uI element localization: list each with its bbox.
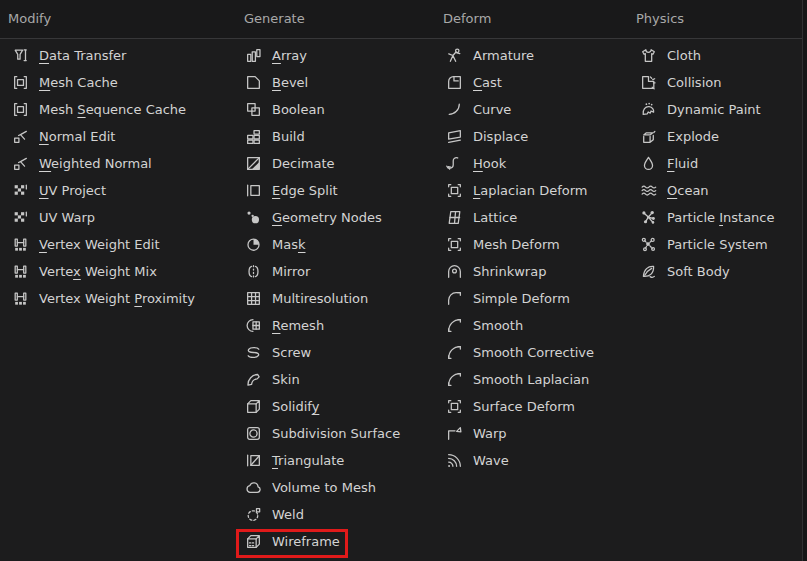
menu-item-label: Volume to Mesh: [272, 480, 376, 495]
menu-item-normal-edit[interactable]: Normal Edit: [12, 123, 195, 150]
menu-item-hook[interactable]: Hook: [446, 150, 594, 177]
menu-item-label: Explode: [667, 129, 719, 144]
menu-item-bevel[interactable]: Bevel: [245, 69, 400, 96]
menu-item-surface-deform[interactable]: Surface Deform: [446, 393, 594, 420]
displace-icon: [446, 128, 463, 145]
menu-item-dynamic-paint[interactable]: Dynamic Paint: [640, 96, 774, 123]
menu-item-curve[interactable]: Curve: [446, 96, 594, 123]
menu-item-label: Smooth Corrective: [473, 345, 594, 360]
menu-item-collision[interactable]: Collision: [640, 69, 774, 96]
menu-item-multiresolution[interactable]: Multiresolution: [245, 285, 400, 312]
menu-item-weighted-normal[interactable]: Weighted Normal: [12, 150, 195, 177]
menu-item-label: Array: [272, 48, 307, 63]
collision-icon: [640, 74, 657, 91]
menu-item-wave[interactable]: Wave: [446, 447, 594, 474]
mask-icon: [245, 236, 262, 253]
curve-icon: [446, 101, 463, 118]
menu-item-armature[interactable]: Armature: [446, 42, 594, 69]
menu-item-mesh-cache[interactable]: Mesh Cache: [12, 69, 195, 96]
skin-icon: [245, 371, 262, 388]
column-header-generate: Generate: [244, 0, 305, 38]
menu-item-array[interactable]: Array: [245, 42, 400, 69]
mesh-cache-icon: [12, 101, 29, 118]
menu-item-label: Warp: [473, 426, 507, 441]
menu-item-mesh-deform[interactable]: Mesh Deform: [446, 231, 594, 258]
menu-item-weld[interactable]: Weld: [245, 501, 400, 528]
menu-item-data-transfer[interactable]: Data Transfer: [12, 42, 195, 69]
screw-icon: [245, 344, 262, 361]
menu-item-label: Laplacian Deform: [473, 183, 587, 198]
menu-item-smooth-laplacian[interactable]: Smooth Laplacian: [446, 366, 594, 393]
menu-item-geometry-nodes[interactable]: Geometry Nodes: [245, 204, 400, 231]
menu-item-label: Screw: [272, 345, 311, 360]
array-icon: [245, 47, 262, 64]
menu-item-smooth[interactable]: Smooth: [446, 312, 594, 339]
menu-item-uv-project[interactable]: UV Project: [12, 177, 195, 204]
menu-item-lattice[interactable]: Lattice: [446, 204, 594, 231]
menu-item-label: Cloth: [667, 48, 701, 63]
menu-item-label: Mask: [272, 237, 306, 252]
menu-item-vertex-weight-edit[interactable]: Vertex Weight Edit: [12, 231, 195, 258]
menu-item-vertex-weight-mix[interactable]: Vertex Weight Mix: [12, 258, 195, 285]
menu-item-mesh-sequence-cache[interactable]: Mesh Sequence Cache: [12, 96, 195, 123]
menu-item-label: Soft Body: [667, 264, 730, 279]
menu-item-label: Collision: [667, 75, 721, 90]
menu-item-edge-split[interactable]: Edge Split: [245, 177, 400, 204]
menu-item-label: Cast: [473, 75, 502, 90]
vertex-weight-icon: [12, 236, 29, 253]
menu-item-warp[interactable]: Warp: [446, 420, 594, 447]
menu-item-mirror[interactable]: Mirror: [245, 258, 400, 285]
menu-item-fluid[interactable]: Fluid: [640, 150, 774, 177]
menu-item-remesh[interactable]: Remesh: [245, 312, 400, 339]
menu-item-label: Hook: [473, 156, 506, 171]
menu-item-label: Data Transfer: [39, 48, 126, 63]
fluid-icon: [640, 155, 657, 172]
menu-item-label: Surface Deform: [473, 399, 575, 414]
menu-item-screw[interactable]: Screw: [245, 339, 400, 366]
menu-item-triangulate[interactable]: Triangulate: [245, 447, 400, 474]
weld-icon: [245, 506, 262, 523]
bracket-square-icon: [446, 398, 463, 415]
menu-item-solidify[interactable]: Solidify: [245, 393, 400, 420]
menu-item-label: Triangulate: [272, 453, 344, 468]
menu-item-decimate[interactable]: Decimate: [245, 150, 400, 177]
menu-item-simple-deform[interactable]: Simple Deform: [446, 285, 594, 312]
menu-item-label: Normal Edit: [39, 129, 115, 144]
column-physics: ClothCollisionDynamic PaintExplodeFluidO…: [640, 42, 774, 285]
lattice-icon: [446, 209, 463, 226]
menu-item-label: Fluid: [667, 156, 698, 171]
menu-item-soft-body[interactable]: Soft Body: [640, 258, 774, 285]
menu-item-label: Remesh: [272, 318, 324, 333]
menu-item-label: Dynamic Paint: [667, 102, 761, 117]
menu-item-label: Edge Split: [272, 183, 338, 198]
menu-item-particle-system[interactable]: Particle System: [640, 231, 774, 258]
menu-item-volume-to-mesh[interactable]: Volume to Mesh: [245, 474, 400, 501]
menu-item-particle-instance[interactable]: Particle Instance: [640, 204, 774, 231]
column-header-physics: Physics: [636, 0, 684, 38]
menu-item-shrinkwrap[interactable]: Shrinkwrap: [446, 258, 594, 285]
menu-item-displace[interactable]: Displace: [446, 123, 594, 150]
cast-icon: [446, 74, 463, 91]
menu-item-build[interactable]: Build: [245, 123, 400, 150]
menu-item-cast[interactable]: Cast: [446, 69, 594, 96]
menu-item-label: Mirror: [272, 264, 310, 279]
menu-item-label: Build: [272, 129, 305, 144]
menu-item-ocean[interactable]: Ocean: [640, 177, 774, 204]
bracket-square-icon: [446, 182, 463, 199]
menu-item-subdivision-surface[interactable]: Subdivision Surface: [245, 420, 400, 447]
menu-item-wireframe[interactable]: Wireframe: [245, 528, 400, 555]
vertex-weight-icon: [12, 290, 29, 307]
menu-item-skin[interactable]: Skin: [245, 366, 400, 393]
menu-item-laplacian-deform[interactable]: Laplacian Deform: [446, 177, 594, 204]
menu-item-label: UV Warp: [39, 210, 95, 225]
menu-item-smooth-corrective[interactable]: Smooth Corrective: [446, 339, 594, 366]
menu-item-explode[interactable]: Explode: [640, 123, 774, 150]
menu-item-label: Skin: [272, 372, 300, 387]
menu-item-boolean[interactable]: Boolean: [245, 96, 400, 123]
menu-item-cloth[interactable]: Cloth: [640, 42, 774, 69]
bracket-square-icon: [446, 236, 463, 253]
menu-item-uv-warp[interactable]: UV Warp: [12, 204, 195, 231]
menu-item-label: Mesh Cache: [39, 75, 118, 90]
menu-item-mask[interactable]: Mask: [245, 231, 400, 258]
menu-item-vertex-weight-proximity[interactable]: Vertex Weight Proximity: [12, 285, 195, 312]
